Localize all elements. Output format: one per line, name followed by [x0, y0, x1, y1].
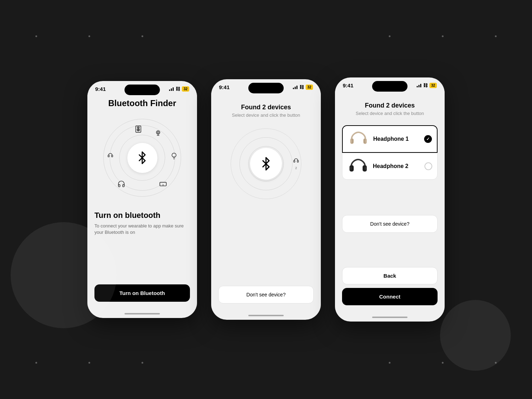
- screen1-radar: [103, 119, 181, 197]
- screen3-signal-bar-3: [420, 84, 421, 87]
- device-icon-lightbulb: [170, 152, 178, 161]
- device1-name: Headphone 1: [373, 136, 420, 142]
- svg-point-19: [365, 139, 367, 143]
- dot-11: [442, 362, 444, 364]
- svg-point-2: [138, 129, 139, 130]
- screen1-subtitle: To connect your wearable to app make sur…: [94, 223, 190, 236]
- device-list: Headphone 1: [342, 125, 438, 180]
- screen1-title: Bluetooth Finder: [94, 98, 190, 108]
- screen3-dynamic-island: [372, 81, 407, 92]
- screen2-radar: 2: [231, 128, 301, 199]
- screen3-time: 9:41: [343, 82, 353, 88]
- screen1-dynamic-island: [125, 85, 160, 95]
- svg-point-25: [364, 167, 366, 170]
- screen3-title: Found 2 devices: [342, 102, 438, 109]
- dot-10: [389, 362, 391, 364]
- screen2-battery: 32: [306, 85, 313, 90]
- signal-bar-1: [169, 89, 170, 91]
- dot-4: [389, 35, 391, 37]
- dot-9: [141, 362, 143, 364]
- screen2-signal-bar-2: [295, 87, 296, 89]
- screen1-status-bar: 9:41 ⛓ 32: [87, 81, 197, 95]
- svg-point-4: [156, 131, 160, 134]
- svg-point-24: [350, 167, 352, 170]
- dot-7: [35, 362, 37, 364]
- screen3-link-icon: ⛓: [423, 83, 428, 88]
- screen3-signal-bar-1: [417, 86, 418, 87]
- dot-8: [88, 362, 90, 364]
- dot-3: [141, 35, 143, 37]
- svg-point-18: [350, 139, 352, 143]
- screen1-link-icon: ⛓: [175, 86, 180, 92]
- screen3-header: Found 2 devices Select device and click …: [342, 95, 438, 120]
- device-icon-keyboard: [159, 180, 167, 190]
- screen2-dynamic-island: [248, 83, 284, 93]
- screen2-signal-bar-3: [296, 86, 297, 89]
- screen2-content: Found 2 devices Select device and click …: [211, 93, 321, 311]
- screen3-phone: 9:41 ⛓ 32 Found 2 devices Select device …: [335, 77, 445, 322]
- device2-name: Headphone 2: [373, 163, 420, 169]
- screen3-battery: 32: [429, 83, 437, 88]
- screen1-bluetooth-icon: [127, 143, 157, 173]
- screen1-battery: 32: [182, 86, 189, 92]
- screen2-status-icons: ⛓ 32: [293, 85, 313, 90]
- screen2-status-bar: 9:41 ⛓ 32: [211, 79, 321, 93]
- screen2-time: 9:41: [219, 84, 230, 90]
- device2-image: [347, 157, 369, 175]
- screen3-status-icons: ⛓ 32: [417, 83, 437, 88]
- device-icon-webcam: [155, 129, 162, 138]
- device1-radio[interactable]: [424, 135, 432, 143]
- screen3-home-indicator: [372, 317, 407, 318]
- screen1-home-indicator: [125, 313, 160, 314]
- device-item-2[interactable]: Headphone 2: [342, 153, 438, 180]
- screen1-time: 9:41: [95, 86, 106, 92]
- device1-image: [348, 130, 369, 148]
- screen2-bluetooth-center: [250, 148, 282, 180]
- screen2-home-indicator: [248, 315, 284, 316]
- device2-radio[interactable]: [424, 162, 432, 170]
- screen2-link-icon: ⛓: [299, 85, 304, 90]
- dot-12: [495, 362, 497, 364]
- dot-6: [495, 35, 497, 37]
- screen1-status-icons: ⛓ 32: [169, 86, 189, 92]
- dot-2: [88, 35, 90, 37]
- device-icon-speaker: [134, 125, 142, 135]
- dot-5: [442, 35, 444, 37]
- screen3-buttons: Back Connect: [342, 267, 438, 305]
- screen3-dont-see-button[interactable]: Don't see device?: [342, 215, 438, 233]
- connect-button[interactable]: Connect: [342, 288, 438, 305]
- signal-bar-3: [173, 87, 174, 91]
- bg-blob-right: [440, 300, 511, 371]
- screen3-status-bar: 9:41 ⛓ 32: [335, 77, 445, 91]
- device-icon-earbuds: [107, 152, 114, 161]
- screen2-phone: 9:41 ⛓ 32 Found 2 devices Select device …: [211, 79, 321, 320]
- turn-on-bluetooth-button[interactable]: Turn on Bluetooth: [94, 284, 190, 302]
- screen3-signal: [417, 84, 421, 87]
- screen2-header: Found 2 devices Select device and click …: [218, 97, 314, 121]
- dont-see-device-button[interactable]: Don't see device?: [218, 286, 314, 303]
- svg-point-5: [157, 132, 159, 133]
- screen1-content: Bluetooth Finder: [87, 95, 197, 309]
- screen2-earbuds-icon: 2: [293, 158, 300, 170]
- svg-rect-3: [137, 127, 139, 128]
- svg-rect-6: [160, 182, 166, 186]
- screen3-subtitle: Select device and click the button: [342, 111, 438, 116]
- screen1-signal: [169, 87, 174, 91]
- device-icon-headphones: [117, 180, 125, 190]
- screen3-signal-bar-2: [418, 85, 420, 87]
- signal-bar-2: [171, 88, 172, 91]
- dot-1: [35, 35, 37, 37]
- screen2-subtitle: Select device and click the button: [218, 112, 314, 118]
- screen1-headline: Turn on bluetooth: [94, 211, 190, 220]
- back-button[interactable]: Back: [342, 267, 438, 284]
- screen2-signal: [293, 86, 297, 89]
- screen2-signal-bar-1: [293, 88, 294, 89]
- screen3-content: Found 2 devices Select device and click …: [335, 91, 445, 312]
- screen2-title: Found 2 devices: [218, 104, 314, 111]
- device-item-1[interactable]: Headphone 1: [342, 125, 438, 153]
- screen1-phone: 9:41 ⛓ 32 Bluetooth Finder: [87, 81, 197, 318]
